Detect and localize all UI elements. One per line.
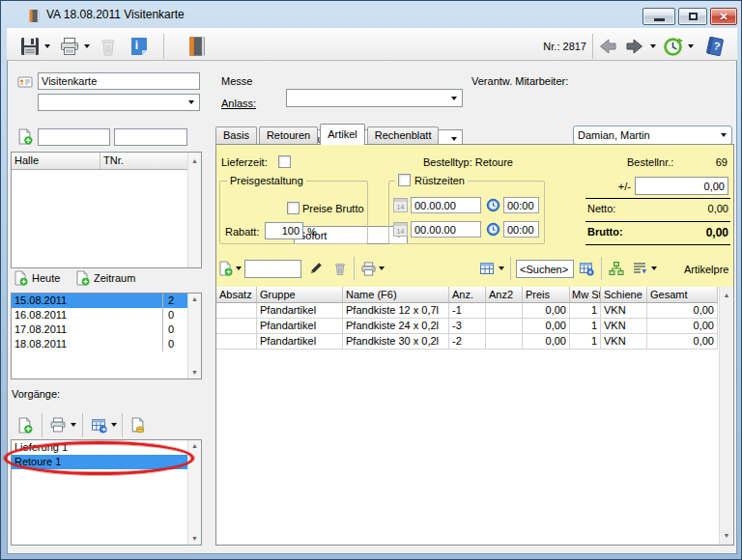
ruest-time-2[interactable]: 00:00 (503, 221, 539, 238)
info-button[interactable]: i (128, 35, 151, 58)
plusminus-field[interactable] (635, 177, 728, 195)
vorgang-print-button[interactable] (48, 415, 68, 434)
tnr-field[interactable] (114, 128, 187, 146)
column-header[interactable]: Name (F6) (343, 287, 449, 303)
vorgang-print-dropdown[interactable] (69, 415, 78, 434)
separator-line (585, 244, 730, 245)
date-row[interactable]: 18.08.20110 (12, 337, 187, 351)
forward-dropdown-button[interactable] (648, 35, 658, 58)
ruest-date-2[interactable]: 00.00.00 (411, 221, 481, 238)
scroll-down-icon[interactable]: ▼ (724, 530, 730, 542)
halle-column-header[interactable]: Halle (12, 153, 100, 170)
article-filter-field[interactable] (244, 260, 301, 278)
article-edit-button[interactable] (306, 260, 324, 277)
print-button[interactable] (58, 35, 81, 58)
close-button[interactable]: ✕ (710, 8, 737, 25)
ruest-date-1[interactable]: 00.00.00 (411, 197, 481, 213)
article-structure-button[interactable] (608, 260, 625, 277)
grid-add-button[interactable] (578, 260, 595, 277)
column-header[interactable]: Anz2 (486, 287, 523, 303)
scroll-up-icon[interactable]: ▲ (191, 155, 198, 167)
card-subtype-combo[interactable] (38, 94, 200, 111)
tab-retouren[interactable]: Retouren (259, 126, 318, 145)
date-row[interactable]: 16.08.20110 (12, 308, 187, 322)
article-table-scrollbar[interactable]: ▲ ▼ (719, 287, 733, 545)
print-dropdown-button[interactable] (82, 35, 92, 58)
article-delete-button[interactable] (331, 260, 349, 277)
app-icon (27, 9, 42, 23)
article-new-button[interactable] (216, 260, 234, 277)
lieferzeit-checkbox[interactable] (278, 155, 291, 168)
column-header[interactable]: Mw St (570, 287, 601, 303)
card-type-field[interactable] (38, 72, 200, 90)
save-dropdown-button[interactable] (43, 35, 52, 58)
ruestzeiten-title: Rüstzeiten (414, 175, 465, 186)
date-row[interactable]: 15.08.20112 (12, 294, 187, 308)
column-header[interactable]: Schiene (601, 287, 647, 303)
scroll-up-icon[interactable]: ▲ (724, 290, 730, 301)
article-list-dropdown[interactable] (649, 260, 659, 277)
scroll-down-icon[interactable]: ▼ (191, 367, 198, 378)
column-header[interactable]: Absatz (216, 287, 257, 303)
rabatt-field[interactable] (265, 222, 303, 239)
grid-view-dropdown[interactable] (497, 260, 506, 277)
vorgang-transfer-dropdown[interactable] (109, 415, 119, 434)
new-item-icon[interactable] (16, 128, 33, 145)
ruestzeiten-checkbox[interactable] (398, 174, 411, 186)
halle-field[interactable] (38, 128, 110, 146)
date-list: 15.08.20112 16.08.20110 17.08.20110 18.0… (11, 293, 202, 379)
search-input[interactable] (516, 260, 574, 278)
tab-rechenblatt[interactable]: Rechenblatt (367, 126, 440, 145)
mitarbeiter-combo[interactable]: Damian, Martin (573, 126, 732, 145)
grid-view-button[interactable] (478, 260, 496, 277)
halle-table-scrollbar[interactable]: ▲ (187, 153, 201, 267)
scroll-up-icon[interactable]: ▲ (191, 294, 198, 305)
chevron-down-icon (499, 266, 504, 270)
zeitraum-button[interactable]: Zeitraum (74, 269, 171, 287)
table-row[interactable]: Pfandartikel Pfandkiste 12 x 0,7l -1 0,0… (216, 303, 733, 319)
article-new-dropdown[interactable] (234, 260, 243, 277)
article-list-button[interactable] (631, 260, 648, 277)
help-button[interactable]: ? (702, 34, 728, 59)
clock-button[interactable] (485, 197, 500, 212)
history-button[interactable] (661, 35, 684, 58)
anlass-label[interactable]: Anlass: (221, 98, 256, 109)
ruest-time-1[interactable]: 00:00 (503, 197, 539, 213)
column-header[interactable]: Anz. (449, 287, 486, 303)
save-button[interactable] (18, 35, 42, 58)
table-row[interactable]: Pfandartikel Pfandkiste 30 x 0,2l -2 0,0… (216, 334, 733, 350)
trash-icon (98, 36, 119, 57)
preise-brutto-checkbox[interactable] (287, 202, 300, 214)
vorgang-billing-button[interactable] (128, 415, 147, 434)
delete-button[interactable] (97, 35, 120, 58)
scroll-up-icon[interactable]: ▲ (191, 440, 198, 452)
calendar-icon[interactable]: 14 (393, 222, 408, 237)
calendar-icon[interactable]: 14 (393, 198, 408, 212)
column-header[interactable]: Gruppe (257, 287, 343, 303)
table-row[interactable]: Pfandartikel Pfandkiste 24 x 0,2l -3 0,0… (216, 319, 733, 334)
back-button[interactable] (596, 35, 619, 58)
date-list-scrollbar[interactable]: ▲▼ (187, 294, 201, 378)
scroll-down-icon[interactable]: ▼ (191, 533, 198, 545)
vorgang-new-button[interactable] (14, 415, 34, 434)
article-print-button[interactable] (359, 260, 377, 277)
card-book-icon (186, 35, 209, 58)
sitemap-icon (609, 261, 624, 276)
artikelpreise-label[interactable]: Artikelpre (684, 264, 732, 275)
vorgang-transfer-button[interactable] (89, 415, 108, 434)
visitenkarte-button[interactable] (185, 34, 210, 59)
history-dropdown-button[interactable] (686, 35, 696, 58)
messe-combo[interactable] (286, 89, 463, 107)
mitarbeiter-label: Verantw. Mitarbeiter: (471, 75, 568, 87)
tnr-column-header[interactable]: TNr. (100, 153, 201, 170)
column-header[interactable]: Gesamt (647, 287, 718, 303)
date-row[interactable]: 17.08.20110 (12, 322, 187, 337)
tab-artikel[interactable]: Artikel (320, 124, 365, 145)
column-header[interactable]: Preis (523, 287, 570, 303)
tab-basis[interactable]: Basis (215, 126, 257, 145)
maximize-button[interactable] (678, 8, 707, 25)
clock-button[interactable] (485, 221, 500, 237)
forward-button[interactable] (623, 35, 646, 58)
article-print-dropdown[interactable] (377, 260, 386, 277)
minimize-button[interactable] (642, 8, 675, 25)
